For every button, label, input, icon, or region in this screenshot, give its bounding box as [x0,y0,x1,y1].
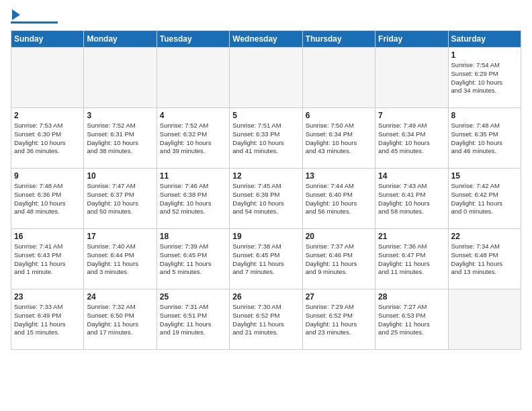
calendar-cell: 28Sunrise: 7:27 AM Sunset: 6:53 PM Dayli… [375,289,448,350]
logo [11,11,58,24]
day-number: 6 [306,111,372,120]
calendar-week-0: 1Sunrise: 7:54 AM Sunset: 6:29 PM Daylig… [11,48,521,108]
calendar-cell: 11Sunrise: 7:46 AM Sunset: 6:38 PM Dayli… [157,169,229,229]
day-number: 16 [14,232,81,241]
day-info: Sunrise: 7:48 AM Sunset: 6:36 PM Dayligh… [14,182,81,216]
day-number: 3 [87,111,153,120]
day-info: Sunrise: 7:46 AM Sunset: 6:38 PM Dayligh… [160,182,226,216]
calendar-cell: 18Sunrise: 7:39 AM Sunset: 6:45 PM Dayli… [157,229,229,289]
day-info: Sunrise: 7:27 AM Sunset: 6:53 PM Dayligh… [378,303,445,337]
day-info: Sunrise: 7:41 AM Sunset: 6:43 PM Dayligh… [14,242,81,277]
day-info: Sunrise: 7:48 AM Sunset: 6:35 PM Dayligh… [451,122,518,156]
day-number: 26 [232,292,299,302]
header [11,11,521,24]
day-info: Sunrise: 7:44 AM Sunset: 6:40 PM Dayligh… [306,182,372,216]
calendar-cell: 24Sunrise: 7:32 AM Sunset: 6:50 PM Dayli… [84,289,157,350]
calendar-cell [84,48,157,108]
calendar-cell: 23Sunrise: 7:33 AM Sunset: 6:49 PM Dayli… [11,289,84,350]
day-number: 1 [451,50,518,60]
day-info: Sunrise: 7:32 AM Sunset: 6:50 PM Dayligh… [87,303,153,337]
calendar-cell: 20Sunrise: 7:37 AM Sunset: 6:46 PM Dayli… [302,229,375,289]
day-number: 22 [451,232,518,241]
day-number: 18 [160,232,226,241]
day-info: Sunrise: 7:31 AM Sunset: 6:51 PM Dayligh… [160,303,226,337]
calendar-cell [302,48,375,108]
day-number: 21 [378,232,445,241]
day-info: Sunrise: 7:52 AM Sunset: 6:32 PM Dayligh… [160,122,226,156]
day-info: Sunrise: 7:29 AM Sunset: 6:52 PM Dayligh… [306,303,372,337]
calendar-week-3: 16Sunrise: 7:41 AM Sunset: 6:43 PM Dayli… [11,229,521,289]
calendar-cell: 13Sunrise: 7:44 AM Sunset: 6:40 PM Dayli… [302,169,375,229]
day-info: Sunrise: 7:49 AM Sunset: 6:34 PM Dayligh… [378,122,445,156]
calendar-cell: 2Sunrise: 7:53 AM Sunset: 6:30 PM Daylig… [11,108,84,169]
calendar-cell [375,48,448,108]
day-number: 14 [378,171,445,181]
day-info: Sunrise: 7:39 AM Sunset: 6:45 PM Dayligh… [160,242,226,277]
weekday-header-thursday: Thursday [302,31,375,48]
calendar-cell: 27Sunrise: 7:29 AM Sunset: 6:52 PM Dayli… [302,289,375,350]
calendar-cell: 15Sunrise: 7:42 AM Sunset: 6:42 PM Dayli… [448,169,521,229]
calendar-cell: 25Sunrise: 7:31 AM Sunset: 6:51 PM Dayli… [157,289,229,350]
weekday-header-saturday: Saturday [448,31,521,48]
calendar-cell: 10Sunrise: 7:47 AM Sunset: 6:37 PM Dayli… [84,169,157,229]
day-number: 11 [160,171,226,181]
weekday-header-sunday: Sunday [11,31,84,48]
calendar-cell [448,289,521,350]
calendar-cell: 1Sunrise: 7:54 AM Sunset: 6:29 PM Daylig… [448,48,521,108]
calendar-cell [230,48,302,108]
day-number: 19 [232,232,299,241]
day-info: Sunrise: 7:33 AM Sunset: 6:49 PM Dayligh… [14,303,81,337]
day-number: 5 [232,111,299,120]
day-number: 27 [306,292,372,302]
day-info: Sunrise: 7:52 AM Sunset: 6:31 PM Dayligh… [87,122,153,156]
calendar-cell: 3Sunrise: 7:52 AM Sunset: 6:31 PM Daylig… [84,108,157,169]
weekday-header-tuesday: Tuesday [157,31,229,48]
calendar-cell: 19Sunrise: 7:38 AM Sunset: 6:45 PM Dayli… [230,229,302,289]
day-number: 20 [306,232,372,241]
day-number: 9 [14,171,81,181]
day-number: 17 [87,232,153,241]
calendar-cell [157,48,229,108]
day-info: Sunrise: 7:47 AM Sunset: 6:37 PM Dayligh… [87,182,153,216]
day-number: 28 [378,292,445,302]
weekday-header-wednesday: Wednesday [230,31,302,48]
calendar-cell: 21Sunrise: 7:36 AM Sunset: 6:47 PM Dayli… [375,229,448,289]
day-info: Sunrise: 7:45 AM Sunset: 6:39 PM Dayligh… [232,182,299,216]
calendar-cell [11,48,84,108]
calendar-cell: 17Sunrise: 7:40 AM Sunset: 6:44 PM Dayli… [84,229,157,289]
calendar-cell: 8Sunrise: 7:48 AM Sunset: 6:35 PM Daylig… [448,108,521,169]
calendar-cell: 14Sunrise: 7:43 AM Sunset: 6:41 PM Dayli… [375,169,448,229]
calendar-week-1: 2Sunrise: 7:53 AM Sunset: 6:30 PM Daylig… [11,108,521,169]
day-info: Sunrise: 7:43 AM Sunset: 6:41 PM Dayligh… [378,182,445,216]
day-number: 8 [451,111,518,120]
day-info: Sunrise: 7:40 AM Sunset: 6:44 PM Dayligh… [87,242,153,277]
day-info: Sunrise: 7:54 AM Sunset: 6:29 PM Dayligh… [451,61,518,95]
day-info: Sunrise: 7:30 AM Sunset: 6:52 PM Dayligh… [232,303,299,337]
day-info: Sunrise: 7:53 AM Sunset: 6:30 PM Dayligh… [14,122,81,156]
day-number: 7 [378,111,445,120]
day-number: 2 [14,111,81,120]
day-number: 12 [232,171,299,181]
calendar-header-row: SundayMondayTuesdayWednesdayThursdayFrid… [11,31,521,48]
day-number: 15 [451,171,518,181]
day-info: Sunrise: 7:34 AM Sunset: 6:48 PM Dayligh… [451,242,518,277]
calendar-cell: 22Sunrise: 7:34 AM Sunset: 6:48 PM Dayli… [448,229,521,289]
calendar-cell: 6Sunrise: 7:50 AM Sunset: 6:34 PM Daylig… [302,108,375,169]
calendar-cell: 16Sunrise: 7:41 AM Sunset: 6:43 PM Dayli… [11,229,84,289]
logo-arrow-icon [12,9,20,20]
weekday-header-monday: Monday [84,31,157,48]
day-number: 10 [87,171,153,181]
day-info: Sunrise: 7:50 AM Sunset: 6:34 PM Dayligh… [306,122,372,156]
calendar-cell: 5Sunrise: 7:51 AM Sunset: 6:33 PM Daylig… [230,108,302,169]
weekday-header-friday: Friday [375,31,448,48]
calendar-table: SundayMondayTuesdayWednesdayThursdayFrid… [11,30,521,350]
day-number: 13 [306,171,372,181]
day-info: Sunrise: 7:38 AM Sunset: 6:45 PM Dayligh… [232,242,299,277]
day-info: Sunrise: 7:36 AM Sunset: 6:47 PM Dayligh… [378,242,445,277]
page: SundayMondayTuesdayWednesdayThursdayFrid… [0,0,532,411]
day-number: 24 [87,292,153,302]
day-number: 25 [160,292,226,302]
calendar-week-4: 23Sunrise: 7:33 AM Sunset: 6:49 PM Dayli… [11,289,521,350]
calendar-cell: 9Sunrise: 7:48 AM Sunset: 6:36 PM Daylig… [11,169,84,229]
calendar-cell: 7Sunrise: 7:49 AM Sunset: 6:34 PM Daylig… [375,108,448,169]
